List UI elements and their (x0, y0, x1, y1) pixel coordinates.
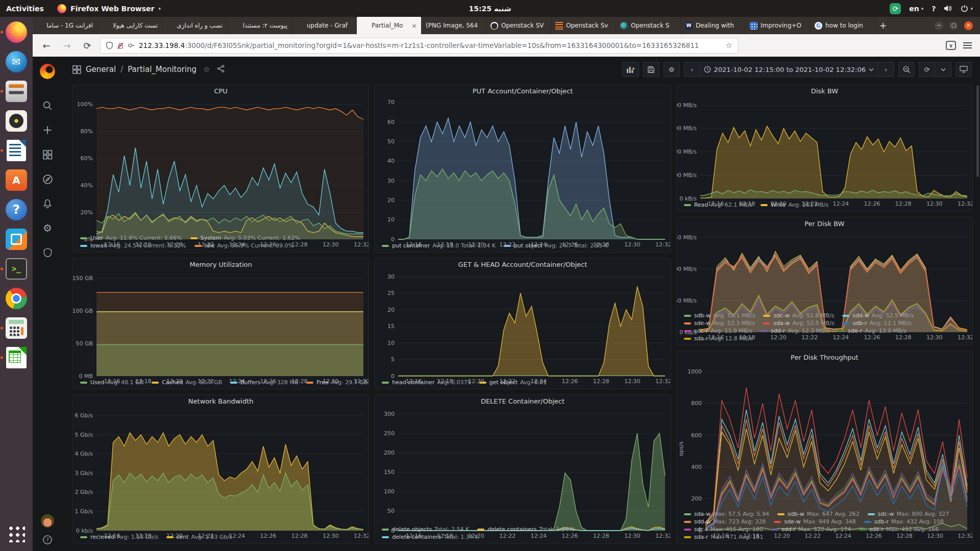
legend-series-name[interactable]: sdc-w (878, 510, 894, 518)
browser-tab-2[interactable]: نصب و راه اندازی (162, 17, 227, 34)
panel-title[interactable]: Per Disk BW (677, 217, 972, 230)
per-disk-bw-chart[interactable]: 0 kB/s50 MB/s100 MB/s150 MB/s12:1612:181… (677, 230, 972, 311)
dock-item-software[interactable]: A (4, 168, 29, 192)
legend-series-name[interactable]: sent (177, 533, 189, 541)
legend-series-name[interactable]: sdc-r (694, 327, 708, 335)
sidebar-configuration-icon[interactable]: ⚙ (36, 217, 59, 239)
panel-title[interactable]: DELETE Container/Object (375, 395, 670, 408)
save-dashboard-button[interactable] (643, 62, 659, 77)
grafana-logo-icon[interactable] (40, 64, 55, 79)
legend-series-name[interactable]: delete containers (392, 533, 441, 541)
legend-series-name[interactable]: sdb-r (853, 319, 867, 327)
back-button[interactable]: ← (39, 38, 54, 53)
legend-series-name[interactable]: sdd-w (852, 312, 869, 319)
legend-series-name[interactable]: put container (392, 242, 430, 249)
reload-button[interactable]: ⟳ (80, 38, 95, 53)
browser-tab-5[interactable]: Partial_Mo× (357, 17, 422, 34)
legend-series-name[interactable]: System (201, 234, 222, 242)
legend-series-name[interactable]: sde-w (784, 518, 800, 525)
minimize-button[interactable]: − (935, 21, 943, 30)
legend-series-name[interactable]: sdb-w (694, 312, 711, 319)
dock-item-vmware[interactable] (4, 227, 29, 252)
legend-series-name[interactable]: Iowait (90, 242, 107, 249)
clock[interactable]: شنبه 15:25 (469, 5, 511, 13)
scrollbar[interactable] (976, 85, 979, 177)
power-icon[interactable]: ▾ (961, 5, 973, 12)
panel-title[interactable]: GET & HEAD Account/Container/Object (375, 258, 670, 271)
dock-item-calc[interactable] (4, 316, 29, 340)
panel-title[interactable]: Per Disk Throughput (677, 351, 972, 364)
dock-item-help[interactable]: ? (4, 197, 29, 222)
panel-title[interactable]: PUT Account/Container/Object (375, 85, 670, 97)
legend-series-name[interactable]: Cached (162, 379, 183, 386)
legend-series-name[interactable]: get object (489, 379, 518, 386)
url-bar[interactable]: 212.33.198.4:3000/d/F63l05Snk/partial_mo… (100, 38, 738, 54)
breadcrumb-dashboard[interactable]: Partial_Monitoring (128, 65, 197, 74)
share-icon[interactable] (217, 65, 225, 74)
dock-item-filecab[interactable] (4, 79, 29, 104)
legend-series-name[interactable]: delete containers (487, 525, 536, 533)
legend-series-name[interactable]: Write (771, 201, 786, 209)
dock-item-speaker[interactable] (4, 109, 29, 133)
url-text[interactable]: 212.33.198.4:3000/d/F63l05Snk/partial_mo… (139, 41, 722, 49)
favorite-star-icon[interactable]: ☆ (203, 65, 210, 74)
legend-series-name[interactable]: sdd-r (771, 327, 785, 335)
refresh-button[interactable]: ⟳ (919, 62, 935, 77)
breadcrumb-folder[interactable]: General (86, 65, 116, 74)
dock-item-firefox[interactable] (4, 20, 29, 44)
panel-title[interactable]: Network Bandwidth (73, 395, 369, 408)
legend-series-name[interactable]: sda-w (694, 510, 710, 518)
pocket-icon[interactable]: ∨ (946, 41, 956, 50)
legend-series-name[interactable]: User (90, 234, 103, 242)
sidebar-alerting-icon[interactable] (36, 192, 59, 215)
browser-tab-6[interactable]: (PNG Image, 564 (422, 17, 486, 34)
legend-series-name[interactable]: sdb-r (874, 518, 889, 525)
keyboard-layout-indicator[interactable]: en▾ (909, 5, 923, 13)
legend-series-name[interactable]: sda-r (694, 533, 708, 541)
tab-close-icon[interactable]: × (410, 22, 417, 30)
browser-tab-8[interactable]: Openstack Sv (551, 17, 616, 34)
legend-series-name[interactable]: sda-r (694, 335, 708, 342)
legend-series-name[interactable]: sdc-w (773, 312, 790, 319)
tracking-shield-icon[interactable] (106, 41, 113, 49)
kiosk-mode-button[interactable] (955, 62, 972, 77)
browser-tab-3[interactable]: پیوست ۲: مستندا (227, 17, 292, 34)
browser-tab-12[interactable]: Ghow to login (811, 17, 875, 34)
dock-item-writer[interactable] (4, 138, 29, 163)
dock-item-chrome[interactable] (4, 286, 29, 311)
bookmark-star-icon[interactable]: ☆ (726, 41, 732, 50)
menu-icon[interactable] (963, 41, 972, 50)
cpu-chart[interactable]: 0%20%40%60%80%100%12:1612:1812:2012:2212… (73, 97, 369, 234)
panel-title[interactable]: Disk BW (677, 85, 972, 97)
sidebar-dashboards-icon[interactable] (36, 143, 59, 166)
permissions-icon[interactable] (128, 43, 135, 48)
legend-series-name[interactable]: sdc-r (694, 525, 708, 533)
legend-series-name[interactable]: sdd-w (694, 518, 711, 525)
sync-indicator-icon[interactable]: ⟳ (890, 3, 901, 14)
legend-series-name[interactable]: Buffers (240, 379, 260, 386)
legend-series-name[interactable]: Read (694, 201, 708, 209)
insecure-lock-icon[interactable] (117, 42, 124, 49)
user-avatar[interactable] (41, 514, 54, 528)
disk-bw-chart[interactable]: 0 kB/s200 MB/s400 MB/s600 MB/s800 MB/s12… (677, 97, 972, 201)
legend-series-name[interactable]: put object (514, 242, 543, 249)
browser-tab-4[interactable]: update - Graf (292, 17, 357, 34)
legend-series-name[interactable]: sde-r (869, 525, 884, 533)
sidebar-explore-icon[interactable] (36, 168, 59, 190)
legend-series-name[interactable]: sda-w (773, 319, 790, 327)
add-panel-button[interactable] (622, 62, 639, 77)
legend-series-name[interactable]: Free (316, 379, 328, 386)
sidebar-help-icon[interactable]: ? (36, 535, 59, 545)
maximize-button[interactable]: □ (949, 21, 958, 30)
legend-series-name[interactable]: head container (392, 379, 434, 386)
legend-series-name[interactable]: recieved (90, 533, 114, 541)
dock-item-thunderbird[interactable]: ✉ (4, 49, 29, 74)
delete-chart[interactable]: 05010015020025030012:1612:1812:2012:2212… (375, 408, 670, 525)
app-menu[interactable]: Firefox Web Browser ▾ (57, 4, 161, 13)
sidebar-plus-icon[interactable] (36, 119, 59, 141)
volume-icon[interactable] (944, 5, 952, 12)
time-range-picker[interactable]: 2021-10-02 12:15:00 to 2021-10-02 12:32:… (700, 62, 878, 77)
put-chart[interactable]: 01020304050607012:1612:1812:2012:2212:24… (375, 97, 670, 241)
sidebar-admin-shield-icon[interactable] (36, 241, 59, 264)
browser-tab-7[interactable]: Openstack SV (486, 17, 551, 34)
